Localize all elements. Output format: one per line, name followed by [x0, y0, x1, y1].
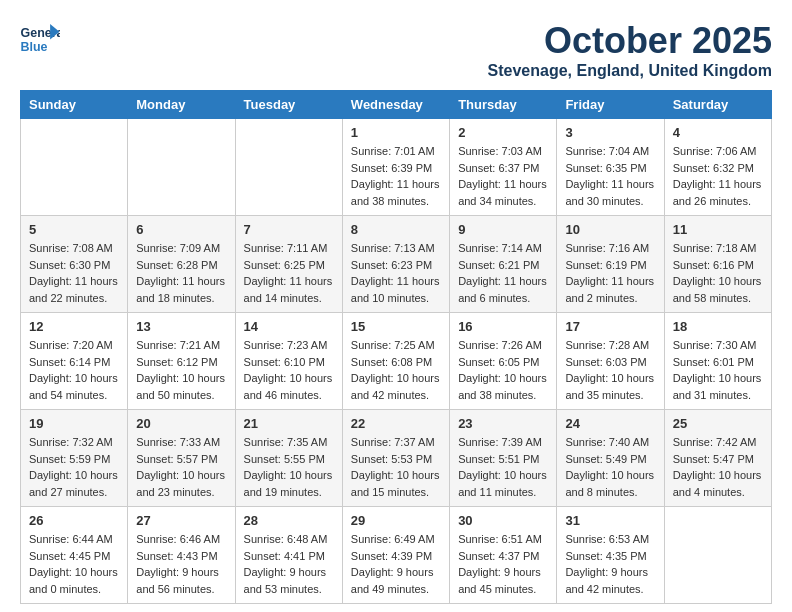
- cell-content-line: Sunrise: 7:18 AM: [673, 240, 763, 257]
- cell-content-line: Daylight: 10 hours: [29, 564, 119, 581]
- cell-content-line: and 49 minutes.: [351, 581, 441, 598]
- day-number: 6: [136, 222, 226, 237]
- cell-content-line: Sunset: 6:30 PM: [29, 257, 119, 274]
- cell-content-line: Daylight: 10 hours: [673, 467, 763, 484]
- calendar-cell: 11Sunrise: 7:18 AMSunset: 6:16 PMDayligh…: [664, 216, 771, 313]
- cell-content-line: Daylight: 11 hours: [458, 176, 548, 193]
- day-number: 27: [136, 513, 226, 528]
- cell-content-line: and 50 minutes.: [136, 387, 226, 404]
- cell-content-line: Sunset: 6:12 PM: [136, 354, 226, 371]
- calendar-cell: 10Sunrise: 7:16 AMSunset: 6:19 PMDayligh…: [557, 216, 664, 313]
- cell-content-line: Sunset: 6:21 PM: [458, 257, 548, 274]
- cell-content-line: and 45 minutes.: [458, 581, 548, 598]
- cell-content-line: Sunset: 6:25 PM: [244, 257, 334, 274]
- cell-content-line: Daylight: 10 hours: [458, 467, 548, 484]
- cell-content-line: Daylight: 10 hours: [29, 370, 119, 387]
- cell-content-line: Daylight: 11 hours: [565, 273, 655, 290]
- cell-content-line: Daylight: 10 hours: [136, 467, 226, 484]
- calendar-cell: 17Sunrise: 7:28 AMSunset: 6:03 PMDayligh…: [557, 313, 664, 410]
- cell-content-line: and 22 minutes.: [29, 290, 119, 307]
- cell-content-line: Sunrise: 6:48 AM: [244, 531, 334, 548]
- day-number: 19: [29, 416, 119, 431]
- day-number: 16: [458, 319, 548, 334]
- calendar-cell: 8Sunrise: 7:13 AMSunset: 6:23 PMDaylight…: [342, 216, 449, 313]
- cell-content-line: Daylight: 11 hours: [565, 176, 655, 193]
- calendar-week-3: 12Sunrise: 7:20 AMSunset: 6:14 PMDayligh…: [21, 313, 772, 410]
- day-number: 12: [29, 319, 119, 334]
- cell-content-line: Daylight: 11 hours: [351, 273, 441, 290]
- logo-icon: General Blue: [20, 20, 60, 55]
- calendar-cell: 20Sunrise: 7:33 AMSunset: 5:57 PMDayligh…: [128, 410, 235, 507]
- cell-content-line: and 38 minutes.: [458, 387, 548, 404]
- cell-content-line: Sunset: 5:47 PM: [673, 451, 763, 468]
- cell-content-line: Sunrise: 7:09 AM: [136, 240, 226, 257]
- calendar-cell: 22Sunrise: 7:37 AMSunset: 5:53 PMDayligh…: [342, 410, 449, 507]
- cell-content-line: and 8 minutes.: [565, 484, 655, 501]
- cell-content-line: Daylight: 10 hours: [458, 370, 548, 387]
- cell-content-line: Sunrise: 6:49 AM: [351, 531, 441, 548]
- cell-content-line: Daylight: 9 hours: [244, 564, 334, 581]
- cell-content-line: Sunrise: 7:08 AM: [29, 240, 119, 257]
- cell-content-line: Daylight: 10 hours: [29, 467, 119, 484]
- cell-content-line: Sunset: 4:39 PM: [351, 548, 441, 565]
- cell-content-line: Daylight: 9 hours: [136, 564, 226, 581]
- cell-content-line: and 46 minutes.: [244, 387, 334, 404]
- cell-content-line: Sunrise: 6:46 AM: [136, 531, 226, 548]
- cell-content-line: Daylight: 11 hours: [136, 273, 226, 290]
- weekday-header-sunday: Sunday: [21, 91, 128, 119]
- cell-content-line: and 30 minutes.: [565, 193, 655, 210]
- cell-content-line: Sunrise: 7:14 AM: [458, 240, 548, 257]
- cell-content-line: Sunrise: 7:35 AM: [244, 434, 334, 451]
- cell-content-line: Daylight: 11 hours: [29, 273, 119, 290]
- day-number: 15: [351, 319, 441, 334]
- svg-text:Blue: Blue: [21, 40, 48, 54]
- cell-content-line: Sunrise: 7:06 AM: [673, 143, 763, 160]
- cell-content-line: and 2 minutes.: [565, 290, 655, 307]
- cell-content-line: Daylight: 11 hours: [458, 273, 548, 290]
- cell-content-line: Daylight: 9 hours: [458, 564, 548, 581]
- cell-content-line: Sunrise: 7:11 AM: [244, 240, 334, 257]
- calendar-cell: 15Sunrise: 7:25 AMSunset: 6:08 PMDayligh…: [342, 313, 449, 410]
- calendar-cell: 6Sunrise: 7:09 AMSunset: 6:28 PMDaylight…: [128, 216, 235, 313]
- calendar-cell: 23Sunrise: 7:39 AMSunset: 5:51 PMDayligh…: [450, 410, 557, 507]
- calendar-cell: 2Sunrise: 7:03 AMSunset: 6:37 PMDaylight…: [450, 119, 557, 216]
- cell-content-line: and 15 minutes.: [351, 484, 441, 501]
- cell-content-line: Sunset: 5:49 PM: [565, 451, 655, 468]
- day-number: 10: [565, 222, 655, 237]
- day-number: 20: [136, 416, 226, 431]
- cell-content-line: Sunset: 6:03 PM: [565, 354, 655, 371]
- calendar-week-1: 1Sunrise: 7:01 AMSunset: 6:39 PMDaylight…: [21, 119, 772, 216]
- calendar-cell: 1Sunrise: 7:01 AMSunset: 6:39 PMDaylight…: [342, 119, 449, 216]
- calendar-cell: 12Sunrise: 7:20 AMSunset: 6:14 PMDayligh…: [21, 313, 128, 410]
- cell-content-line: Sunset: 4:41 PM: [244, 548, 334, 565]
- cell-content-line: Sunrise: 7:30 AM: [673, 337, 763, 354]
- cell-content-line: and 10 minutes.: [351, 290, 441, 307]
- cell-content-line: and 11 minutes.: [458, 484, 548, 501]
- cell-content-line: Daylight: 10 hours: [244, 370, 334, 387]
- calendar-cell: 13Sunrise: 7:21 AMSunset: 6:12 PMDayligh…: [128, 313, 235, 410]
- location-title: Stevenage, England, United Kingdom: [488, 62, 772, 80]
- cell-content-line: Daylight: 10 hours: [351, 370, 441, 387]
- cell-content-line: and 35 minutes.: [565, 387, 655, 404]
- cell-content-line: Sunrise: 7:20 AM: [29, 337, 119, 354]
- cell-content-line: Daylight: 11 hours: [673, 176, 763, 193]
- cell-content-line: and 58 minutes.: [673, 290, 763, 307]
- cell-content-line: Sunset: 6:39 PM: [351, 160, 441, 177]
- weekday-header-row: SundayMondayTuesdayWednesdayThursdayFrid…: [21, 91, 772, 119]
- cell-content-line: and 38 minutes.: [351, 193, 441, 210]
- cell-content-line: Sunset: 4:37 PM: [458, 548, 548, 565]
- cell-content-line: Sunrise: 7:25 AM: [351, 337, 441, 354]
- cell-content-line: Daylight: 10 hours: [351, 467, 441, 484]
- cell-content-line: Sunset: 6:16 PM: [673, 257, 763, 274]
- calendar-cell: 25Sunrise: 7:42 AMSunset: 5:47 PMDayligh…: [664, 410, 771, 507]
- cell-content-line: Sunset: 6:19 PM: [565, 257, 655, 274]
- cell-content-line: and 34 minutes.: [458, 193, 548, 210]
- cell-content-line: Sunrise: 7:13 AM: [351, 240, 441, 257]
- calendar-cell: 3Sunrise: 7:04 AMSunset: 6:35 PMDaylight…: [557, 119, 664, 216]
- cell-content-line: Sunset: 4:43 PM: [136, 548, 226, 565]
- cell-content-line: Sunset: 5:55 PM: [244, 451, 334, 468]
- cell-content-line: and 31 minutes.: [673, 387, 763, 404]
- calendar-table: SundayMondayTuesdayWednesdayThursdayFrid…: [20, 90, 772, 604]
- cell-content-line: and 19 minutes.: [244, 484, 334, 501]
- cell-content-line: and 53 minutes.: [244, 581, 334, 598]
